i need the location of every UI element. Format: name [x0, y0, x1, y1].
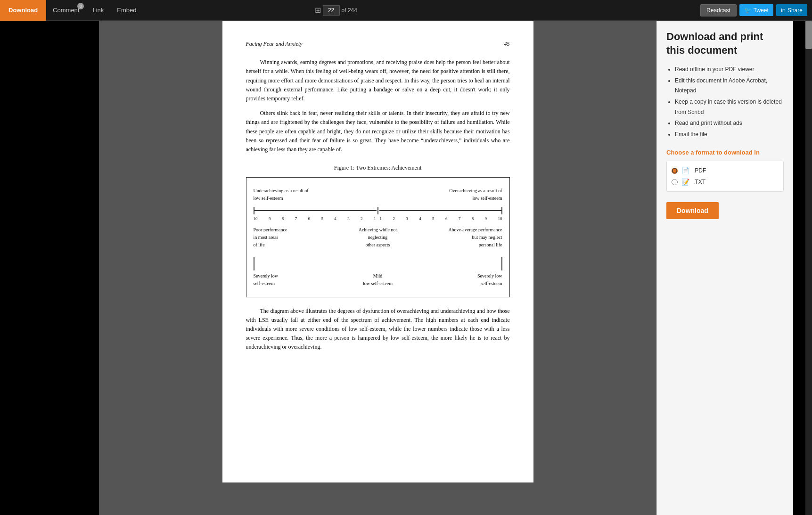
bullet-1: Read offline in your PDF viewer: [675, 65, 784, 75]
fig-poor-performance: Poor performancein most areasof life: [254, 226, 333, 249]
format-txt[interactable]: 📝 .TXT: [672, 176, 779, 188]
bullet-email: Email the file: [675, 130, 784, 140]
scale-line-row: [254, 207, 502, 214]
figure-label-underachieving: Underachieving as a result oflow self-es…: [254, 187, 366, 202]
doc-header: Facing Fear and Anxiety 45: [246, 40, 510, 49]
esteem-left: Severely lowself-esteem: [254, 272, 279, 287]
link-button[interactable]: Link: [86, 0, 110, 21]
document-area[interactable]: Facing Fear and Anxiety 45 Winning award…: [99, 21, 656, 515]
page-total: of 244: [342, 7, 357, 14]
scrollbar-track[interactable]: [805, 21, 812, 515]
format-title: Choose a format to download in: [666, 149, 784, 156]
download-button-top[interactable]: Download: [0, 0, 46, 21]
figure-label-overachieving: Overachieving as a result oflow self-est…: [390, 187, 502, 202]
main-layout: Facing Fear and Anxiety 45 Winning award…: [0, 21, 812, 515]
doc-page-number: 45: [504, 40, 510, 49]
scrollbar-thumb[interactable]: [805, 21, 812, 49]
embed-button[interactable]: Embed: [110, 0, 143, 21]
comment-button[interactable]: Comment 0: [46, 0, 86, 21]
bottom-dividers: [254, 257, 502, 270]
figure-bottom-labels: Poor performancein most areasof life Ach…: [254, 226, 502, 249]
divider-right: [501, 257, 502, 270]
twitter-icon: 🐦: [744, 7, 752, 14]
toolbar: Download Comment 0 Link Embed ⊞ of 244 R…: [0, 0, 812, 21]
page-input[interactable]: [323, 5, 340, 16]
tweet-button[interactable]: 🐦 Tweet: [739, 4, 773, 16]
paragraph-1: Winning awards, earning degrees and prom…: [246, 58, 510, 103]
esteem-labels: Severely lowself-esteem Mildlow self-est…: [254, 272, 502, 287]
format-txt-radio[interactable]: [672, 179, 678, 185]
share-button[interactable]: in Share: [776, 4, 807, 16]
figure-box: Underachieving as a result oflow self-es…: [246, 177, 510, 297]
divider-left: [254, 257, 254, 270]
format-section: Choose a format to download in 📄 .PDF 📝 …: [666, 149, 784, 192]
panel-title: Download and print this document: [666, 30, 784, 57]
fig-achieving: Achieving while notneglectingother aspec…: [338, 226, 418, 249]
figure-top-labels: Underachieving as a result oflow self-es…: [254, 187, 502, 202]
paragraph-2: Others slink back in fear, never realizi…: [246, 109, 510, 154]
scale-numbers-right: 1 2 3 4 5 6 7 8 9 10: [378, 215, 502, 222]
paragraph-after: The diagram above illustrates the degree…: [246, 307, 510, 352]
bullet-2: Edit this document in Adobe Acrobat, Not…: [675, 76, 784, 96]
doc-title: Facing Fear and Anxiety: [246, 40, 303, 49]
far-right-panel: [793, 21, 812, 515]
format-txt-label: .TXT: [693, 179, 705, 185]
scale-numbers-left: 10 9 8 7 6 5 4 3 2 1: [254, 215, 378, 222]
txt-icon: 📝: [681, 178, 689, 186]
comment-badge: 0: [77, 3, 84, 9]
esteem-right: Severely lowself-esteem: [477, 272, 502, 287]
bullet-3: Keep a copy in case this version is dele…: [675, 97, 784, 117]
format-options: 📄 .PDF 📝 .TXT: [666, 161, 784, 192]
format-pdf-radio[interactable]: [672, 168, 678, 174]
panel-bullets: Read offline in your PDF viewer Edit thi…: [666, 65, 784, 139]
doc-body: Winning awards, earning degrees and prom…: [246, 58, 510, 352]
format-pdf-label: .PDF: [693, 167, 706, 174]
fig-above-average: Above-average performancebut may neglect…: [423, 226, 502, 249]
page-navigation: ⊞ of 244: [315, 5, 357, 16]
linkedin-icon: in: [781, 7, 786, 14]
grid-icon[interactable]: ⊞: [315, 6, 321, 15]
readcast-button[interactable]: Readcast: [700, 4, 737, 16]
document-page: Facing Fear and Anxiety 45 Winning award…: [222, 21, 533, 482]
scale-numbers: 10 9 8 7 6 5 4 3 2 1 1: [254, 215, 502, 222]
toolbar-left: Download Comment 0 Link Embed: [0, 0, 143, 21]
pdf-icon: 📄: [681, 167, 689, 174]
toolbar-right: Readcast 🐦 Tweet in Share: [700, 4, 812, 16]
download-button-panel[interactable]: Download: [666, 202, 719, 219]
format-pdf[interactable]: 📄 .PDF: [672, 165, 779, 176]
bullet-4: Read and print without ads: [675, 118, 784, 129]
left-panel: [0, 21, 99, 515]
esteem-center: Mildlow self-esteem: [363, 272, 393, 287]
right-panel: Download and print this document Read of…: [656, 21, 793, 515]
figure-title: Figure 1: Two Extremes: Achievement: [246, 163, 510, 172]
